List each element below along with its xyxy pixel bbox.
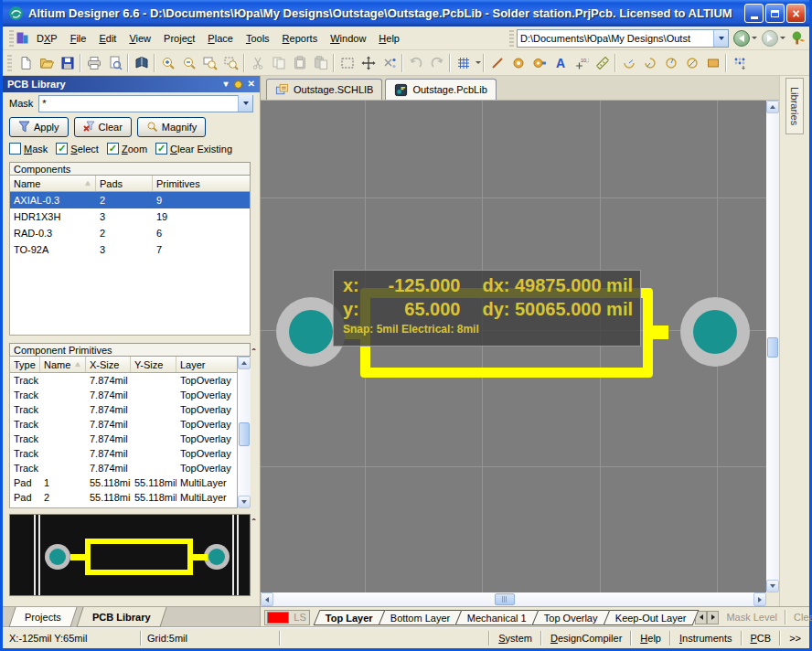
collapse-primitives-icon[interactable]: ⌃ <box>249 347 259 357</box>
place-fill-icon[interactable] <box>702 53 723 73</box>
save-document-icon[interactable] <box>57 53 78 73</box>
primitive-row[interactable]: Pad155.118mil55.118milMultiLayer <box>10 475 237 490</box>
zoom-selection-icon[interactable] <box>220 53 241 73</box>
undo-icon[interactable] <box>405 53 426 73</box>
pcb-library-tab[interactable]: PCB Library <box>76 607 166 627</box>
mask-checkbox[interactable]: Mask <box>9 143 48 155</box>
canvas-vertical-scrollbar[interactable] <box>766 101 779 592</box>
paste-icon[interactable] <box>289 53 310 73</box>
component-row-to-92a[interactable]: TO-92A 3 7 <box>10 241 250 258</box>
snap-grid-icon[interactable] <box>453 53 474 73</box>
mask-dropdown-button[interactable] <box>238 95 252 112</box>
instruments-panels-button[interactable]: Instruments <box>671 630 741 647</box>
menu-dxp[interactable]: DXP <box>30 30 64 47</box>
layer-tab-bottom-layer[interactable]: Bottom Layer <box>378 610 462 625</box>
place-via-icon[interactable] <box>529 53 550 73</box>
clear-selection-icon[interactable] <box>379 53 400 73</box>
path-dropdown-button[interactable] <box>713 30 728 47</box>
collapse-preview-icon[interactable]: ⌃ <box>249 518 259 527</box>
scrollbar-thumb[interactable] <box>239 422 250 446</box>
redo-icon[interactable] <box>426 53 447 73</box>
print-icon[interactable] <box>83 53 104 73</box>
footprint-preview[interactable] <box>9 514 251 596</box>
new-document-icon[interactable] <box>15 53 36 73</box>
toolbar-grip[interactable] <box>9 30 14 47</box>
place-line-icon[interactable] <box>486 53 508 73</box>
layer-set-indicator[interactable]: LS <box>264 610 310 625</box>
zoom-area-icon[interactable] <box>199 53 220 73</box>
toolbar-grip[interactable] <box>509 30 514 47</box>
primitives-scrollbar[interactable] <box>238 357 251 508</box>
clear-existing-checkbox[interactable]: ✓Clear Existing <box>155 143 232 155</box>
place-arc-center-icon[interactable] <box>639 53 660 73</box>
projects-tab[interactable]: Projects <box>8 607 77 627</box>
zoom-out-icon[interactable] <box>178 53 199 73</box>
primitive-row[interactable]: Track7.874milTopOverlay <box>10 432 237 446</box>
document-path-input[interactable] <box>518 33 713 44</box>
forward-history-dropdown[interactable] <box>780 37 785 39</box>
mask-combobox[interactable] <box>38 95 253 112</box>
browse-library-icon[interactable] <box>131 53 152 73</box>
layer-tab-mechanical-1[interactable]: Mechanical 1 <box>455 610 540 625</box>
column-header-x-size[interactable]: X-Size <box>86 357 131 372</box>
primitive-row[interactable]: Track7.874milTopOverlay <box>10 388 237 402</box>
libraries-panel-tab[interactable]: Libraries <box>785 78 804 134</box>
component-row-rad-0.3[interactable]: RAD-0.3 2 6 <box>10 225 250 241</box>
primitive-row[interactable]: Track7.874milTopOverlay <box>10 417 237 432</box>
panel-menu-icon[interactable]: ▾ <box>224 80 229 89</box>
primitive-row[interactable]: Track7.874milTopOverlay <box>10 461 237 475</box>
open-document-icon[interactable] <box>36 53 57 73</box>
select-area-icon[interactable] <box>337 53 358 73</box>
paste-special-array-icon[interactable] <box>729 53 750 73</box>
scroll-down-icon[interactable] <box>238 496 251 508</box>
menu-place[interactable]: Place <box>201 30 240 47</box>
home-page-icon[interactable] <box>790 30 806 46</box>
paste-array-icon[interactable] <box>310 53 331 73</box>
menu-tools[interactable]: Tools <box>240 30 276 47</box>
column-header-name[interactable]: Name▲ <box>10 176 96 191</box>
title-bar[interactable]: Altium Designer 6.6 - D:\Documents\Юра\M… <box>3 0 809 27</box>
print-preview-icon[interactable] <box>104 53 125 73</box>
minimize-button[interactable] <box>744 4 764 23</box>
column-header-y-size[interactable]: Y-Size <box>131 357 176 372</box>
primitive-row[interactable]: Track7.874milTopOverlay <box>10 373 237 388</box>
place-dimension-icon[interactable] <box>592 53 613 73</box>
clear-mask-button[interactable]: Clear <box>786 612 812 623</box>
primitive-row[interactable]: Track7.874milTopOverlay <box>10 446 237 461</box>
layer-tab-top-overlay[interactable]: Top Overlay <box>532 610 611 625</box>
component-row-hdr1x3h[interactable]: HDR1X3H 3 19 <box>10 208 250 225</box>
column-header-type[interactable]: Type <box>10 357 40 372</box>
mask-input[interactable] <box>39 98 238 109</box>
copy-icon[interactable] <box>268 53 289 73</box>
back-history-dropdown[interactable] <box>752 37 757 39</box>
primitive-row[interactable]: Track7.874milTopOverlay <box>10 402 237 417</box>
system-panels-button[interactable]: System <box>490 630 540 647</box>
move-selection-icon[interactable] <box>358 53 379 73</box>
toolbar-grip[interactable] <box>7 55 12 71</box>
place-pad-icon[interactable] <box>508 53 529 73</box>
pin-icon[interactable] <box>234 80 242 89</box>
layer-tab-keep-out-layer[interactable]: Keep-Out Layer <box>603 610 699 625</box>
column-header-pads[interactable]: Pads <box>96 176 153 191</box>
design-compiler-panels-button[interactable]: Design Compiler <box>542 630 630 647</box>
scrollbar-thumb[interactable] <box>495 593 515 605</box>
place-coordinate-icon[interactable]: 10,10 <box>571 53 592 73</box>
column-header-prim-name[interactable]: Name▲ <box>40 357 86 372</box>
forward-button[interactable] <box>762 30 778 47</box>
menu-view[interactable]: View <box>123 30 157 47</box>
maximize-button[interactable] <box>765 4 785 23</box>
menu-edit[interactable]: Edit <box>92 30 123 47</box>
canvas-horizontal-scrollbar[interactable] <box>261 592 779 606</box>
menu-window[interactable]: Window <box>324 30 372 47</box>
panel-close-icon[interactable]: ✕ <box>248 80 255 89</box>
close-button[interactable]: × <box>786 4 806 23</box>
place-string-icon[interactable]: A <box>550 53 571 73</box>
document-path-combobox[interactable] <box>517 29 729 48</box>
tab-outstage-pcblib[interactable]: Outstage.PcbLib <box>385 79 496 100</box>
mask-level-button[interactable]: Mask Level <box>719 612 785 623</box>
component-row-axial-0.3[interactable]: AXIAL-0.3 2 9 <box>10 192 250 208</box>
place-arc-angle-icon[interactable] <box>660 53 681 73</box>
select-checkbox[interactable]: ✓Select <box>56 143 99 155</box>
cut-icon[interactable] <box>247 53 268 73</box>
scroll-up-icon[interactable] <box>238 357 251 369</box>
